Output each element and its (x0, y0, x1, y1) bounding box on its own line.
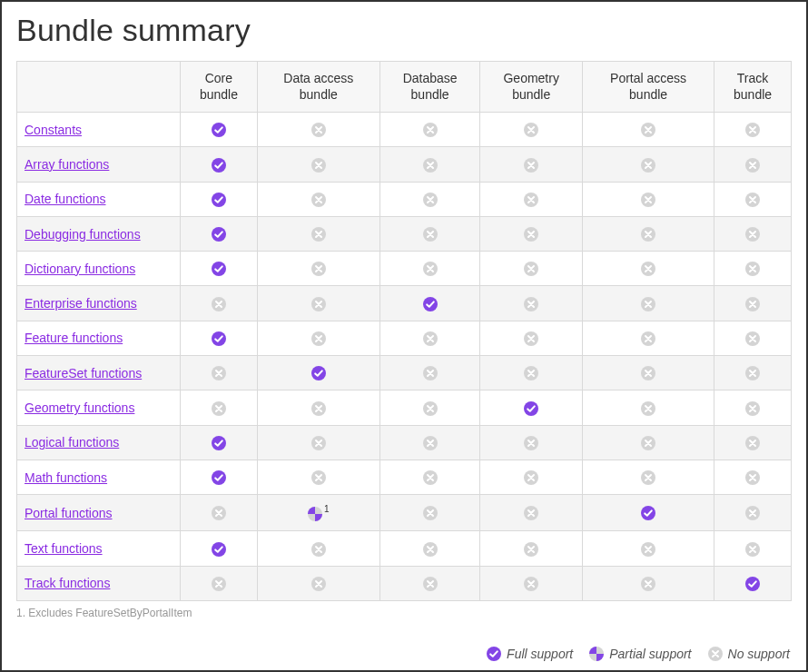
row-link[interactable]: Constants (25, 123, 82, 137)
support-cell (257, 531, 379, 566)
row-link[interactable]: Math functions (25, 470, 107, 485)
row-label-cell: Debugging functions (17, 216, 181, 251)
row-link[interactable]: Dictionary functions (25, 262, 135, 276)
no-support-icon (524, 331, 538, 346)
row-label-cell: Text functions (17, 531, 181, 566)
table-header-row: CorebundleData accessbundleDatabasebundl… (17, 62, 792, 113)
row-link[interactable]: Feature functions (25, 331, 123, 345)
row-link[interactable]: Text functions (25, 541, 103, 556)
svg-point-51 (524, 401, 538, 416)
no-support-icon (641, 158, 655, 173)
row-label-cell: Date functions (17, 182, 181, 216)
no-support-icon (311, 331, 326, 346)
support-cell (714, 460, 792, 494)
no-support-icon (524, 123, 538, 137)
row-label-cell: Portal functions (17, 495, 181, 531)
table-row: Feature functions (17, 321, 792, 355)
row-link[interactable]: Logical functions (25, 435, 119, 450)
no-support-icon (311, 262, 326, 276)
support-cell (480, 216, 583, 251)
no-support-icon (524, 158, 538, 173)
no-support-icon (524, 506, 538, 520)
no-support-icon (745, 401, 760, 416)
row-label-cell: Feature functions (17, 321, 181, 355)
no-support-icon (212, 366, 226, 380)
support-cell (480, 113, 583, 147)
legend-partial: Partial support (589, 647, 691, 661)
full-support-icon (641, 506, 655, 520)
support-cell (583, 321, 714, 355)
support-cell (480, 566, 583, 600)
legend-none: No support (708, 647, 790, 661)
table-row: Enterprise functions (17, 286, 792, 321)
row-link[interactable]: Track functions (25, 576, 110, 590)
row-link[interactable]: Array functions (25, 157, 109, 172)
no-support-icon (423, 577, 438, 591)
support-cell (257, 460, 379, 494)
row-link[interactable]: Portal functions (25, 506, 113, 520)
support-cell (379, 495, 479, 531)
no-support-icon (311, 297, 326, 311)
no-support-icon (745, 470, 760, 485)
row-label-cell: Enterprise functions (17, 286, 181, 321)
row-link[interactable]: Enterprise functions (25, 296, 137, 311)
support-cell (379, 113, 479, 147)
full-support-icon (745, 577, 760, 591)
row-link[interactable]: Geometry functions (25, 400, 134, 415)
support-cell (379, 425, 479, 460)
row-link[interactable]: Debugging functions (25, 227, 141, 242)
support-cell (714, 182, 792, 216)
support-cell (714, 425, 792, 460)
support-cell (583, 286, 714, 321)
no-support-icon (641, 331, 655, 346)
support-cell (714, 252, 792, 286)
support-cell (714, 321, 792, 355)
column-header: Databasebundle (379, 62, 479, 113)
no-support-icon (212, 297, 226, 311)
support-cell (714, 566, 792, 600)
table-row: Constants (17, 113, 792, 147)
support-cell (379, 460, 479, 494)
row-label-cell: Logical functions (17, 425, 181, 460)
support-cell (714, 356, 792, 390)
row-label-cell: Dictionary functions (17, 252, 181, 286)
no-support-icon (212, 401, 226, 416)
support-cell (480, 425, 583, 460)
column-header: Geometrybundle (480, 62, 583, 113)
column-header: Portal accessbundle (583, 62, 714, 113)
row-label-cell: Track functions (17, 566, 181, 600)
column-header: Data accessbundle (257, 62, 379, 113)
support-cell (583, 460, 714, 494)
support-cell (257, 286, 379, 321)
no-support-icon (423, 542, 438, 557)
row-label-cell: FeatureSet functions (17, 356, 181, 390)
row-label-cell: Constants (17, 113, 181, 147)
support-cell (379, 216, 479, 251)
no-support-icon (641, 123, 655, 137)
support-cell (480, 460, 583, 494)
no-support-icon (311, 227, 326, 242)
row-link[interactable]: Date functions (25, 192, 106, 206)
support-cell (257, 182, 379, 216)
support-cell (257, 425, 379, 460)
svg-point-70 (641, 506, 655, 520)
no-support-icon (524, 262, 538, 276)
partial-support-icon (308, 507, 322, 521)
column-header: Corebundle (181, 62, 258, 113)
no-support-icon (311, 542, 326, 557)
no-support-icon (311, 123, 326, 137)
no-support-icon (641, 436, 655, 450)
support-cell (181, 113, 258, 147)
no-support-icon (423, 401, 438, 416)
support-cell (379, 356, 479, 390)
row-link[interactable]: FeatureSet functions (25, 366, 142, 380)
support-cell: 1 (257, 495, 379, 531)
support-cell (480, 495, 583, 531)
support-cell (714, 390, 792, 425)
support-cell (181, 286, 258, 321)
support-cell (583, 495, 714, 531)
svg-point-83 (745, 577, 760, 591)
support-cell (480, 252, 583, 286)
svg-point-72 (212, 542, 226, 557)
no-support-icon (745, 542, 760, 557)
